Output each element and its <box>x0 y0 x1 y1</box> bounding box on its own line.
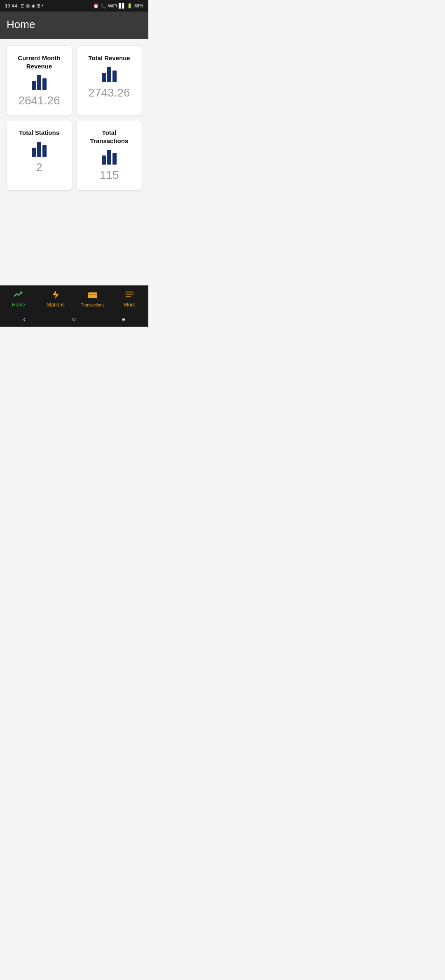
bar-3 <box>42 78 47 90</box>
status-bar: 13:44 ⊟ ◎ ◈ ⊞ • ⏰ 📞 WiFi ▋▋ 🔋 86% <box>0 0 148 12</box>
stations-icon <box>51 290 61 301</box>
svg-rect-3 <box>89 297 91 297</box>
card-value-current-month-revenue: 2641.26 <box>18 94 60 107</box>
bar-1 <box>32 81 36 90</box>
card-title-total-transactions: Total Transactions <box>83 129 135 145</box>
bar-3 <box>42 145 47 157</box>
home-icon <box>14 290 23 301</box>
card-value-total-stations: 2 <box>36 161 42 174</box>
shield-icon: ◈ <box>31 3 35 9</box>
nav-item-more[interactable]: More <box>111 286 148 311</box>
bar-3 <box>112 153 117 165</box>
bar-2 <box>37 142 41 157</box>
bar-2 <box>107 67 111 82</box>
svg-rect-2 <box>88 294 97 295</box>
main-content: Current Month Revenue 2641.26 Total Reve… <box>0 39 148 197</box>
clipboard-icon: ⊟ <box>21 3 25 9</box>
nav-label-home: Home <box>12 302 25 308</box>
battery-percent: 86% <box>134 3 143 8</box>
nav-label-more: More <box>124 302 135 308</box>
card-title-current-month-revenue: Current Month Revenue <box>13 54 65 70</box>
card-title-total-stations: Total Stations <box>19 129 59 137</box>
nav-item-home[interactable]: Home <box>0 286 37 311</box>
nav-item-stations[interactable]: Stations <box>37 286 74 311</box>
recents-button[interactable]: ≡ <box>122 316 125 323</box>
dot-icon: • <box>42 3 43 9</box>
system-nav: ‹ ○ ≡ <box>0 312 148 327</box>
more-icon <box>125 290 135 301</box>
status-left: 13:44 ⊟ ◎ ◈ ⊞ • <box>5 3 43 9</box>
card-total-transactions: Total Transactions 115 <box>77 120 142 190</box>
status-time: 13:44 <box>5 3 17 9</box>
phone-icon: 📞 <box>101 3 106 9</box>
bar-1 <box>102 155 106 165</box>
grid-icon: ⊞ <box>36 3 40 9</box>
app-header: Home <box>0 12 148 39</box>
card-total-stations: Total Stations 2 <box>7 120 72 190</box>
back-button[interactable]: ‹ <box>23 315 26 324</box>
transactions-icon <box>87 290 98 302</box>
card-value-total-transactions: 115 <box>100 169 119 182</box>
nav-item-transactions[interactable]: Transactions <box>74 287 111 311</box>
bar-2 <box>37 75 41 90</box>
page-title: Home <box>7 18 142 31</box>
home-button[interactable]: ○ <box>72 316 76 323</box>
bar-1 <box>32 148 36 157</box>
bar-1 <box>102 73 106 82</box>
status-right: ⏰ 📞 WiFi ▋▋ 🔋 86% <box>93 3 143 9</box>
card-current-month-revenue: Current Month Revenue 2641.26 <box>7 46 72 115</box>
chart-icon-total-stations <box>32 142 47 157</box>
svg-point-7 <box>126 292 126 292</box>
nav-label-stations: Stations <box>47 302 64 308</box>
bar-2 <box>107 150 111 165</box>
wifi-icon: WiFi <box>108 3 117 8</box>
chart-icon-total-revenue <box>102 67 117 82</box>
alarm-icon: ⏰ <box>93 3 99 9</box>
card-value-total-revenue: 2743.26 <box>88 86 130 99</box>
cards-grid: Current Month Revenue 2641.26 Total Reve… <box>7 46 142 190</box>
signal-icon: ▋▋ <box>119 3 125 9</box>
chart-icon-current-month-revenue <box>32 75 47 90</box>
nav-label-transactions: Transactions <box>81 303 105 307</box>
card-total-revenue: Total Revenue 2743.26 <box>77 46 142 115</box>
bar-3 <box>112 71 117 82</box>
card-title-total-revenue: Total Revenue <box>88 54 130 62</box>
notification-icons: ⊟ ◎ ◈ ⊞ • <box>21 3 43 9</box>
svg-point-8 <box>126 294 126 294</box>
svg-point-9 <box>126 296 126 297</box>
chart-icon-total-transactions <box>102 150 117 165</box>
battery-icon: 🔋 <box>127 3 133 9</box>
instagram-icon: ◎ <box>26 3 30 9</box>
svg-marker-0 <box>52 290 59 299</box>
bottom-nav: Home Stations Transactions <box>0 285 148 312</box>
